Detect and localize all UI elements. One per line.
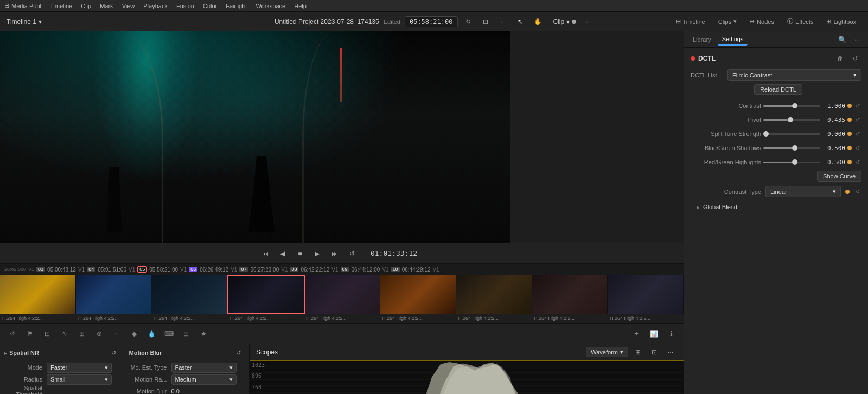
loop-button[interactable]: ↺ bbox=[344, 246, 360, 261]
info-tool-button[interactable]: ℹ bbox=[663, 326, 679, 341]
panel-more-icon[interactable]: ··· bbox=[851, 33, 864, 46]
dctl-reset-icon[interactable]: ↺ bbox=[848, 52, 861, 65]
param-reset-4[interactable]: ↺ bbox=[854, 158, 861, 166]
scopes-settings-icon[interactable]: ⊞ bbox=[631, 346, 644, 359]
fullscreen-icon[interactable]: ⊡ bbox=[479, 15, 492, 28]
clip-more-icon[interactable]: ··· bbox=[580, 15, 593, 28]
contrast-type-reset-icon[interactable]: ↺ bbox=[854, 188, 861, 196]
spatial-nr-radius-row: Radius Small ▾ bbox=[4, 373, 120, 385]
thumbnail-clip-09[interactable] bbox=[532, 275, 608, 314]
motion-range-label: Motion Ra... bbox=[129, 376, 167, 383]
flag-tool-button[interactable]: ⚑ bbox=[22, 326, 38, 341]
show-curve-button[interactable]: Show Curve bbox=[817, 171, 861, 182]
thumbnail-clip-03[interactable] bbox=[0, 275, 76, 314]
param-reset-0[interactable]: ↺ bbox=[854, 102, 861, 109]
thumbnail-clip-06[interactable] bbox=[305, 275, 381, 314]
dctl-trash-icon[interactable]: 🗑 bbox=[833, 52, 846, 65]
star-tool-button[interactable]: ★ bbox=[195, 326, 212, 341]
waveform-label: Waveform bbox=[591, 349, 618, 356]
scopes-more-icon[interactable]: ··· bbox=[664, 346, 677, 359]
menu-item-help[interactable]: Help bbox=[294, 3, 307, 9]
spatial-nr-chevron-icon[interactable]: ▸ bbox=[4, 350, 7, 356]
chart-tool-button[interactable]: 📊 bbox=[646, 326, 662, 341]
cursor-tool-icon[interactable]: ↖ bbox=[514, 15, 527, 28]
param-slider-3[interactable] bbox=[763, 147, 820, 149]
play-button[interactable]: ▶ bbox=[310, 246, 325, 261]
grid-tool-button[interactable]: ⊞ bbox=[74, 326, 90, 341]
spatial-nr-reset-icon[interactable]: ↺ bbox=[107, 346, 120, 359]
diamond-tool-button[interactable]: ◆ bbox=[126, 326, 142, 341]
sync-icon[interactable]: ↻ bbox=[462, 15, 475, 28]
param-reset-3[interactable]: ↺ bbox=[854, 144, 861, 152]
spark-tool-button[interactable]: ✦ bbox=[628, 326, 644, 341]
waveform-dropdown[interactable]: Waveform ▾ bbox=[586, 347, 628, 357]
key-tool-button[interactable]: ⌨ bbox=[161, 326, 177, 341]
monitor-tool-button[interactable]: ⊡ bbox=[39, 326, 55, 341]
spatial-nr-section: ▸ Spatial NR ↺ Mode Faster ▾ bbox=[4, 346, 120, 394]
tab-nodes[interactable]: ⊕ Nodes bbox=[744, 16, 780, 27]
menu-item-timeline[interactable]: Timeline bbox=[50, 3, 72, 9]
tab-settings[interactable]: Settings bbox=[718, 34, 748, 46]
menu-item-playback[interactable]: Playback bbox=[143, 3, 168, 9]
thumbnail-clip-04[interactable] bbox=[76, 275, 152, 314]
panel-search-icon[interactable]: 🔍 bbox=[835, 33, 848, 46]
circle-tool-button[interactable]: ○ bbox=[108, 326, 125, 341]
param-row-4: Red/Green Highlights 0.500 ↺ bbox=[691, 156, 861, 169]
tab-clips[interactable]: Clips ▾ bbox=[713, 16, 742, 27]
tab-lightbox[interactable]: ⊞ Lightbox bbox=[821, 16, 861, 27]
thumbnail-clip-08[interactable] bbox=[456, 275, 532, 314]
menu-item-mark[interactable]: Mark bbox=[100, 3, 113, 9]
thumbnail-clip-07[interactable] bbox=[380, 275, 456, 314]
dropper-tool-button[interactable]: 💧 bbox=[143, 326, 159, 341]
radius-select[interactable]: Small ▾ bbox=[47, 374, 112, 385]
skip-to-start-button[interactable]: ⏮ bbox=[258, 246, 273, 261]
menu-item-color[interactable]: Color bbox=[203, 3, 217, 9]
more-options-icon[interactable]: ··· bbox=[496, 15, 509, 28]
media-pool-button[interactable]: ⊞ Media Pool bbox=[4, 2, 41, 9]
menu-item-fairlight[interactable]: Fairlight bbox=[226, 3, 247, 9]
spatial-nr-mode-row: Mode Faster ▾ bbox=[4, 361, 120, 373]
tab-effects[interactable]: Ⓕ Effects bbox=[782, 15, 819, 28]
monitor2-tool-button[interactable]: ⊟ bbox=[178, 326, 194, 341]
param-row-0: Contrast 1.000 ↺ bbox=[691, 99, 861, 112]
clip-label-area: Clip ▾ bbox=[553, 18, 576, 25]
hand-tool-icon[interactable]: ✋ bbox=[531, 15, 544, 28]
param-slider-0[interactable] bbox=[763, 105, 820, 107]
project-status: Edited bbox=[384, 18, 400, 25]
target-tool-button[interactable]: ⊕ bbox=[91, 326, 107, 341]
motion-blur-label: Motion Blur bbox=[129, 388, 167, 394]
stop-button[interactable]: ■ bbox=[292, 246, 308, 261]
reload-dctl-button[interactable]: Reload DCTL bbox=[754, 84, 802, 95]
scopes-expand-icon[interactable]: ⊡ bbox=[648, 346, 661, 359]
prev-frame-button[interactable]: ◀ bbox=[275, 246, 290, 261]
tab-timeline[interactable]: ⊟ Timeline bbox=[671, 16, 711, 27]
param-reset-1[interactable]: ↺ bbox=[854, 116, 861, 124]
thumbnail-clip-05-a[interactable] bbox=[151, 275, 227, 314]
param-slider-1[interactable] bbox=[763, 119, 820, 121]
tab-library[interactable]: Library bbox=[688, 34, 716, 45]
param-value-1: 0.435 bbox=[822, 117, 845, 124]
clip-num-04: 04 bbox=[87, 267, 95, 272]
thumbnail-clip-05-b[interactable] bbox=[227, 275, 305, 314]
skip-to-end-button[interactable]: ⏭ bbox=[327, 246, 342, 261]
motion-blur-reset-icon[interactable]: ↺ bbox=[232, 346, 245, 359]
mode-value: Faster bbox=[50, 364, 67, 371]
menu-item-view[interactable]: View bbox=[122, 3, 135, 9]
param-reset-2[interactable]: ↺ bbox=[854, 130, 861, 138]
param-slider-2[interactable] bbox=[763, 133, 820, 135]
timecode-display[interactable]: 05:58:21:00 bbox=[405, 16, 457, 27]
brush-tool-button[interactable]: ∿ bbox=[56, 326, 73, 341]
contrast-type-dropdown[interactable]: Linear ▾ bbox=[765, 186, 841, 197]
menu-item-workspace[interactable]: Workspace bbox=[256, 3, 285, 9]
menu-item-fusion[interactable]: Fusion bbox=[176, 3, 194, 9]
reset-tool-button[interactable]: ↺ bbox=[4, 326, 21, 341]
mode-select[interactable]: Faster ▾ bbox=[47, 363, 112, 373]
menu-item-clip[interactable]: Clip bbox=[81, 3, 91, 9]
motion-range-select[interactable]: Medium ▾ bbox=[171, 374, 237, 385]
codec-03: H.264 High 4:2:2... bbox=[0, 314, 76, 323]
global-blend-row[interactable]: ▸ Global Blend bbox=[691, 199, 861, 215]
mo-est-type-select[interactable]: Faster ▾ bbox=[171, 363, 237, 373]
param-slider-4[interactable] bbox=[763, 161, 820, 163]
dctl-list-dropdown[interactable]: Filmic Contrast ▾ bbox=[727, 69, 861, 81]
thumbnail-clip-10[interactable] bbox=[608, 275, 684, 314]
